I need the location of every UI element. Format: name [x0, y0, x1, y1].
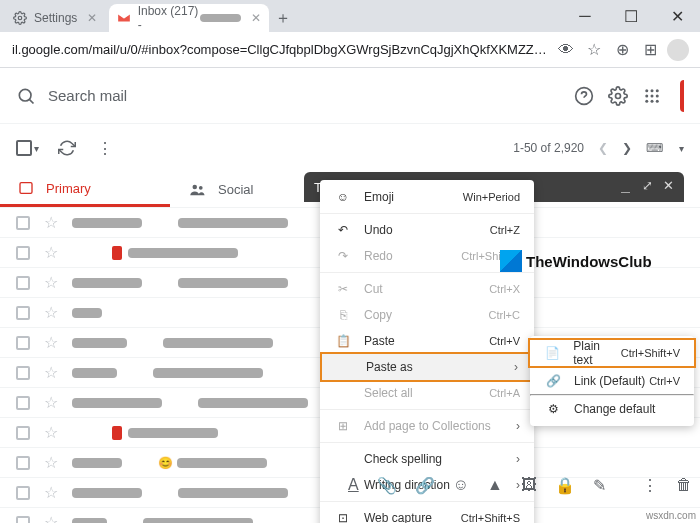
paste-icon: 📋	[334, 334, 352, 348]
row-checkbox[interactable]	[16, 276, 30, 290]
chevron-down-icon[interactable]: ▾	[679, 143, 684, 154]
star-icon[interactable]: ☆	[44, 273, 58, 292]
close-icon[interactable]: ✕	[251, 11, 261, 25]
star-icon[interactable]: ☆	[44, 303, 58, 322]
windows-logo-icon	[500, 250, 522, 272]
refresh-icon[interactable]	[57, 138, 77, 158]
collections-icon[interactable]: ⊞	[636, 36, 664, 64]
reader-icon[interactable]: 👁	[552, 36, 580, 64]
star-icon[interactable]: ☆	[44, 243, 58, 262]
label-tag	[112, 246, 122, 260]
redacted-text	[72, 218, 142, 228]
tab-label: Primary	[46, 181, 91, 196]
star-icon[interactable]: ☆	[44, 213, 58, 232]
profile-icon[interactable]	[664, 36, 692, 64]
favorite-icon[interactable]: ☆	[580, 36, 608, 64]
more-icon[interactable]: ⋮	[642, 476, 658, 495]
close-button[interactable]: ✕	[654, 0, 700, 32]
row-checkbox[interactable]	[16, 306, 30, 320]
new-tab-button[interactable]: ＋	[269, 4, 297, 32]
svg-point-9	[656, 94, 659, 97]
mail-toolbar: ▾ ⋮ 1-50 of 2,920 ❮ ❯ ⌨ ▾	[0, 124, 700, 172]
menu-select-all[interactable]: Select allCtrl+A	[320, 380, 534, 406]
row-checkbox[interactable]	[16, 366, 30, 380]
settings-icon[interactable]	[606, 84, 630, 108]
inbox-icon	[18, 180, 34, 196]
row-checkbox[interactable]	[16, 426, 30, 440]
search-placeholder: Search mail	[48, 87, 127, 104]
image-icon[interactable]: 🖼	[521, 476, 537, 494]
menu-add-collections[interactable]: ⊞Add page to Collections›	[320, 413, 534, 439]
link-icon[interactable]: 🔗	[415, 476, 435, 495]
redacted-text	[178, 488, 288, 498]
avatar[interactable]	[680, 80, 684, 112]
url-text[interactable]: il.google.com/mail/u/0/#inbox?compose=Cl…	[8, 42, 552, 57]
star-icon[interactable]: ☆	[44, 363, 58, 382]
star-icon[interactable]: ☆	[44, 513, 58, 523]
tab-primary[interactable]: Primary	[0, 172, 170, 207]
select-all-checkbox[interactable]	[16, 140, 32, 156]
prev-page-icon[interactable]: ❮	[598, 141, 608, 155]
lock-icon[interactable]: 🔒	[555, 476, 575, 495]
submenu-link[interactable]: 🔗Link (Default)Ctrl+V	[530, 368, 694, 394]
row-checkbox[interactable]	[16, 216, 30, 230]
svg-point-15	[199, 185, 203, 189]
people-icon	[188, 181, 206, 199]
redacted-text	[177, 458, 267, 468]
help-icon[interactable]	[572, 84, 596, 108]
redacted-text	[72, 368, 117, 378]
addon-icon[interactable]: ⊕	[608, 36, 636, 64]
more-icon[interactable]: ⋮	[95, 138, 115, 158]
menu-emoji[interactable]: ☺EmojiWin+Period	[320, 184, 534, 210]
menu-undo[interactable]: ↶UndoCtrl+Z	[320, 217, 534, 243]
star-icon[interactable]: ☆	[44, 333, 58, 352]
star-icon[interactable]: ☆	[44, 453, 58, 472]
gear-icon	[12, 10, 28, 26]
drive-icon[interactable]: ▲	[487, 476, 503, 494]
chevron-down-icon[interactable]: ▾	[34, 143, 39, 154]
menu-paste-as[interactable]: Paste as›	[322, 354, 532, 380]
chevron-right-icon: ›	[516, 452, 520, 466]
expand-icon[interactable]: ⤢	[642, 178, 653, 196]
svg-point-8	[651, 94, 654, 97]
pen-icon[interactable]: ✎	[593, 476, 606, 495]
redacted-text	[72, 458, 122, 468]
format-icon[interactable]: A	[348, 476, 359, 494]
menu-cut[interactable]: ✂CutCtrl+X	[320, 276, 534, 302]
minimize-icon[interactable]: ＿	[619, 178, 632, 196]
star-icon[interactable]: ☆	[44, 483, 58, 502]
search-box[interactable]: Search mail	[16, 86, 572, 106]
menu-web-capture[interactable]: ⊡Web captureCtrl+Shift+S	[320, 505, 534, 523]
attach-icon[interactable]: 📎	[377, 476, 397, 495]
redacted-text	[143, 518, 253, 524]
tab-inbox[interactable]: Inbox (217) - ✕	[109, 4, 269, 32]
svg-point-12	[656, 99, 659, 102]
tab-settings[interactable]: Settings ✕	[4, 4, 105, 32]
submenu-change-default[interactable]: ⚙Change default	[530, 396, 694, 422]
row-checkbox[interactable]	[16, 336, 30, 350]
row-checkbox[interactable]	[16, 456, 30, 470]
apps-icon[interactable]	[640, 84, 664, 108]
close-icon[interactable]: ✕	[663, 178, 674, 196]
delete-icon[interactable]: 🗑	[676, 476, 692, 494]
menu-paste[interactable]: 📋PasteCtrl+V	[320, 328, 534, 354]
redacted-text	[72, 338, 127, 348]
redacted-text	[72, 308, 102, 318]
menu-copy[interactable]: ⎘CopyCtrl+C	[320, 302, 534, 328]
emoji-icon[interactable]: ☺	[453, 476, 469, 494]
row-checkbox[interactable]	[16, 396, 30, 410]
close-icon[interactable]: ✕	[87, 11, 97, 25]
minimize-button[interactable]: ─	[562, 0, 608, 32]
maximize-button[interactable]: ☐	[608, 0, 654, 32]
address-bar: il.google.com/mail/u/0/#inbox?compose=Cl…	[0, 32, 700, 68]
row-checkbox[interactable]	[16, 516, 30, 524]
credit-text: wsxdn.com	[646, 510, 696, 521]
tab-label: Inbox (217) -	[138, 4, 199, 32]
keyboard-icon[interactable]: ⌨	[646, 141, 663, 155]
submenu-plain-text[interactable]: 📄Plain textCtrl+Shift+V	[530, 340, 694, 366]
star-icon[interactable]: ☆	[44, 423, 58, 442]
next-page-icon[interactable]: ❯	[622, 141, 632, 155]
row-checkbox[interactable]	[16, 246, 30, 260]
star-icon[interactable]: ☆	[44, 393, 58, 412]
row-checkbox[interactable]	[16, 486, 30, 500]
